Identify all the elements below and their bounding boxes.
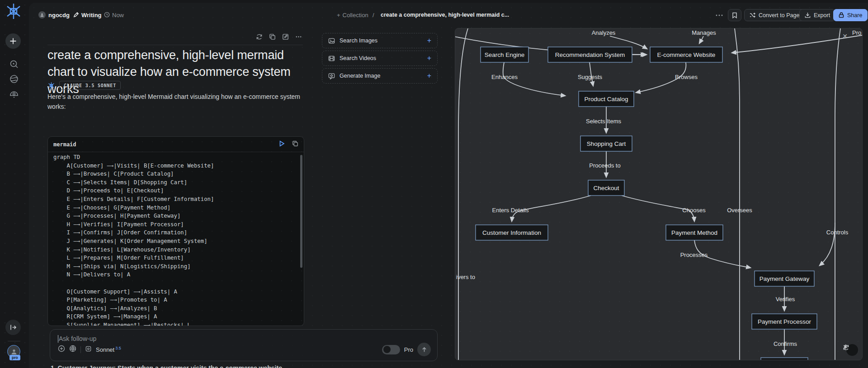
pro-label: Pro — [404, 346, 413, 353]
edge-label-suggests: Suggests — [578, 74, 603, 80]
clock-icon — [104, 12, 110, 18]
diagram-node-payment-method[interactable]: Payment Method — [666, 225, 723, 240]
svg-text:Search Engine: Search Engine — [485, 51, 525, 58]
workspace-name[interactable]: ngocdg — [48, 12, 70, 19]
plus-icon: + — [337, 12, 340, 19]
edge-manages — [699, 36, 703, 43]
edge-label-manages: Manages — [692, 29, 716, 36]
code-line: O[Customer Support] —→|Assists| A — [53, 289, 297, 297]
edge-label-proceeds-to: Proceeds to — [589, 162, 620, 169]
code-line: H —→|Verifies| I[Payment Processor] — [53, 221, 297, 230]
diagram-node-clipped — [761, 358, 808, 360]
breadcrumb-collection[interactable]: + Collection — [337, 12, 368, 19]
regenerate-icon[interactable] — [256, 33, 263, 42]
code-line: K —→|Notifies| L[Warehouse/Inventory] — [53, 247, 297, 255]
edge-label-processes: Processes — [680, 252, 708, 258]
run-code-icon[interactable] — [279, 140, 285, 149]
doc-type-label[interactable]: Writing — [81, 12, 102, 19]
share-button[interactable]: Share — [833, 9, 868, 21]
breadcrumb-title[interactable]: create a comprehensive, high-level merma… — [381, 12, 509, 18]
search-images-label: Search Images — [340, 37, 377, 44]
search-videos-row[interactable]: Search Videos + — [322, 51, 438, 66]
edge-label-promotes-clipped: Pro — [852, 29, 861, 36]
discover-globe-icon[interactable] — [9, 74, 19, 84]
code-scrollbar[interactable] — [300, 155, 302, 268]
web-access-icon[interactable] — [69, 345, 76, 354]
edge-label-delivers-clipped: ivers to — [456, 274, 475, 280]
diagram-node-search-engine[interactable]: Search Engine — [481, 47, 528, 62]
expand-sidebar-button[interactable] — [5, 320, 21, 335]
code-line: J —→|Generates| K[Order Management Syste… — [53, 238, 297, 247]
diagram-node-recommendation-system[interactable]: Recommendation System — [548, 47, 632, 62]
mermaid-diagram: Search Engine Recommendation System E-co… — [455, 28, 863, 360]
diagram-node-shopping-cart[interactable]: Shopping Cart — [580, 136, 632, 151]
edge-label-controls: Controls — [826, 229, 849, 236]
code-line: Q[Analytics] —→|Analyzes| B — [53, 305, 297, 314]
incognito-icon[interactable] — [9, 89, 19, 99]
model-selector[interactable]: Sonnet3.5 — [96, 346, 121, 353]
svg-text:Checkout: Checkout — [593, 185, 619, 191]
composer-divider — [80, 346, 81, 353]
code-line: A[Customer] —→|Visits| B[E-commerce Webs… — [53, 163, 297, 171]
toggle-knob — [383, 346, 391, 353]
diagram-node-payment-processor[interactable]: Payment Processor — [752, 314, 817, 329]
search-icon[interactable] — [9, 59, 19, 69]
workspace-avatar — [38, 11, 46, 19]
code-line: I —→|Confirms| J[Order Confirmation] — [53, 229, 297, 238]
edge-label-enhances: Enhances — [491, 74, 518, 80]
edge-label-analyzes: Analyzes — [592, 29, 616, 36]
edge-label-chooses: Chooses — [682, 207, 706, 214]
code-line: P[Marketing] —→|Promotes to| A — [53, 297, 297, 305]
search-videos-label: Search Videos — [340, 55, 376, 61]
more-options-button[interactable] — [716, 14, 723, 17]
convert-to-page-button[interactable]: Convert to Page — [744, 9, 805, 21]
code-content[interactable]: graph TD A[Customer] —→|Visits| B[E-comm… — [53, 154, 297, 326]
generate-image-icon — [328, 73, 335, 79]
app-window: pro ngocdg Writing Now + Collection / cr… — [0, 0, 868, 368]
search-images-row[interactable]: Search Images + — [322, 33, 438, 48]
sidebar-divider — [8, 341, 20, 341]
close-preview-icon[interactable]: ✕ — [842, 33, 848, 40]
copy-message-icon[interactable] — [269, 33, 276, 42]
code-line: graph TD — [53, 154, 297, 163]
plan-badge: pro — [9, 355, 20, 360]
more-message-icon[interactable] — [295, 33, 302, 42]
copy-code-icon[interactable] — [292, 140, 298, 149]
clipped-text-line: 1. Customer Journey: Starts when a custo… — [51, 364, 367, 368]
model-version: 3.5 — [115, 346, 121, 350]
edge-delivers-to — [458, 28, 468, 360]
diagram-node-ecommerce-website[interactable]: E-commerce Website — [650, 47, 722, 62]
generate-image-row[interactable]: Generate Image + — [322, 68, 438, 84]
code-line: G —→|Processes| H[Payment Gateway] — [53, 213, 297, 221]
ask-followup-input[interactable]: Ask follow-up — [59, 335, 96, 342]
diagram-node-payment-gateway[interactable]: Payment Gateway — [755, 271, 814, 286]
attach-icon[interactable] — [58, 345, 65, 354]
text-cursor — [58, 335, 58, 343]
code-line: R[CRM System] —→|Manages| A — [53, 313, 297, 322]
model-icon[interactable] — [85, 345, 92, 354]
image-icon — [328, 37, 335, 44]
add-generate-image-button[interactable]: + — [427, 72, 431, 80]
new-thread-button[interactable] — [5, 33, 21, 49]
edge-controls — [835, 28, 840, 360]
bookmark-button[interactable] — [728, 9, 741, 21]
code-block-header: mermaid — [48, 137, 304, 152]
timestamp: Now — [112, 12, 124, 19]
add-search-videos-button[interactable]: + — [427, 54, 431, 62]
code-line: E —→|Chooses| G[Payment Method] — [53, 205, 297, 213]
message-actions — [256, 33, 302, 42]
app-logo-icon[interactable] — [5, 2, 23, 20]
diagram-node-checkout[interactable]: Checkout — [588, 180, 624, 196]
diagram-node-customer-information[interactable]: Customer Information — [476, 225, 548, 240]
send-button[interactable] — [417, 343, 431, 356]
diagram-node-product-catalog[interactable]: Product Catalog — [579, 91, 634, 107]
code-line: L —→|Prepares| M[Order Fulfillment] — [53, 255, 297, 263]
code-line: S[Supplier Management] —→|Restocks| L — [53, 322, 297, 326]
pro-toggle[interactable] — [382, 345, 400, 354]
edge-label-verifies: Verifies — [776, 296, 795, 303]
edge-label-browses: Browses — [675, 74, 698, 80]
svg-text:Shopping Cart: Shopping Cart — [587, 140, 626, 147]
add-search-images-button[interactable]: + — [427, 37, 431, 45]
edit-icon[interactable] — [282, 33, 289, 42]
export-button[interactable]: Export — [799, 9, 835, 21]
